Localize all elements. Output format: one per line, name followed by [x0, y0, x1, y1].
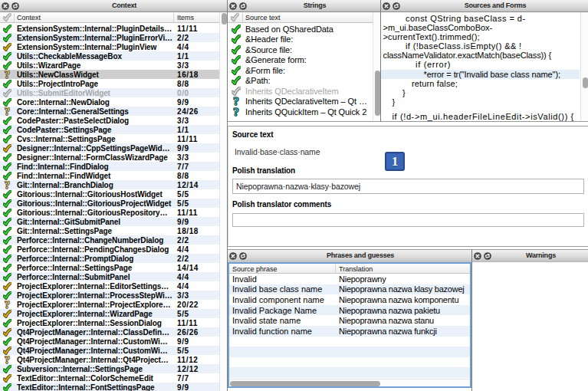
- svg-text:?: ?: [5, 356, 10, 364]
- svg-text:?: ?: [5, 181, 10, 189]
- svg-text:?: ?: [233, 97, 238, 106]
- svg-text:?: ?: [233, 107, 238, 117]
- svg-text:?: ?: [5, 71, 10, 79]
- svg-text:?: ?: [5, 107, 10, 116]
- svg-text:?: ?: [5, 301, 10, 309]
